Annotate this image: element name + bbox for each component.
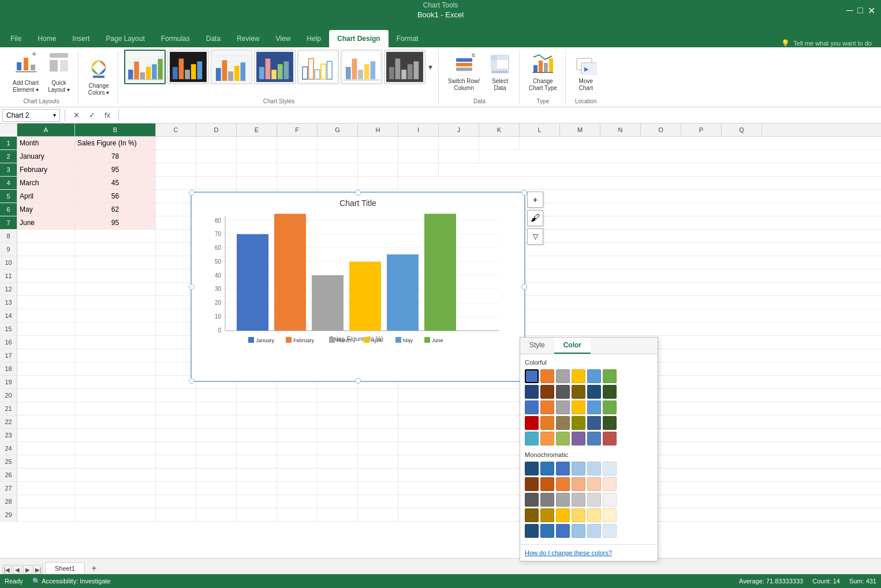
cell-1E[interactable] [237, 137, 277, 149]
color-swatch[interactable] [540, 508, 554, 522]
tab-home[interactable]: Home [29, 30, 64, 47]
chart-style-4[interactable] [254, 50, 296, 84]
cell-6B[interactable]: 62 [75, 203, 156, 216]
color-swatch[interactable] [556, 385, 570, 399]
cell-20A[interactable] [17, 389, 75, 402]
cell-26A[interactable] [17, 469, 75, 481]
formula-input[interactable] [124, 110, 879, 121]
color-swatch[interactable] [572, 508, 585, 522]
color-swatch[interactable] [603, 493, 617, 507]
cell-20F[interactable] [277, 389, 318, 402]
color-swatch[interactable] [603, 416, 617, 430]
cell-1B[interactable]: Sales Figure (In %) [75, 137, 156, 149]
col-header-G[interactable]: G [318, 123, 358, 136]
chart-handle-tc[interactable] [355, 190, 361, 196]
cell-28G[interactable] [318, 495, 358, 508]
col-header-E[interactable]: E [237, 123, 277, 136]
row-num-28[interactable]: 28 [0, 495, 17, 508]
color-swatch[interactable] [540, 416, 554, 430]
cell-16A[interactable] [17, 336, 75, 349]
cell-27E[interactable] [237, 482, 277, 495]
color-swatch[interactable] [603, 369, 617, 383]
cell-12B[interactable] [75, 283, 156, 295]
col-header-F[interactable]: F [277, 123, 318, 136]
color-swatch[interactable] [603, 477, 617, 491]
row-num-14[interactable]: 14 [0, 309, 17, 322]
cell-21C[interactable] [156, 402, 196, 415]
cell-28A[interactable] [17, 495, 75, 508]
cell-4C[interactable] [156, 177, 196, 189]
color-swatch[interactable] [572, 477, 585, 491]
col-header-B[interactable]: B [75, 123, 156, 136]
cell-3H[interactable] [358, 163, 398, 176]
styles-scroll-down[interactable]: ▾ [427, 61, 434, 73]
tab-format[interactable]: Format [389, 30, 427, 47]
cell-2F[interactable] [277, 150, 318, 163]
color-swatch[interactable] [540, 462, 554, 475]
cell-20D[interactable] [196, 389, 237, 402]
row-num-11[interactable]: 11 [0, 269, 17, 282]
row-num-1[interactable]: 1 [0, 137, 17, 149]
cell-10B[interactable] [75, 256, 156, 269]
cell-29B[interactable] [75, 508, 156, 521]
move-chart-button[interactable]: ▶ MoveChart [572, 51, 600, 94]
cell-8A[interactable] [17, 230, 75, 242]
cell-4A[interactable]: March [17, 177, 75, 189]
cell-18A[interactable] [17, 362, 75, 375]
cell-13B[interactable] [75, 296, 156, 309]
color-swatch[interactable] [603, 432, 617, 445]
cell-28H[interactable] [358, 495, 398, 508]
cell-1J[interactable] [439, 137, 479, 149]
cell-17B[interactable] [75, 349, 156, 362]
row-num-22[interactable]: 22 [0, 415, 17, 428]
chart-handle-tl[interactable] [189, 190, 195, 196]
cell-22G[interactable] [318, 415, 358, 428]
color-help-link[interactable]: How do I change these colors? [520, 544, 658, 561]
cell-2E[interactable] [237, 150, 277, 163]
row-num-5[interactable]: 5 [0, 190, 17, 203]
cell-20H[interactable] [358, 389, 398, 402]
chart-style-3[interactable] [211, 50, 252, 84]
col-header-D[interactable]: D [196, 123, 237, 136]
cell-27A[interactable] [17, 482, 75, 495]
change-colors-button[interactable]: ChangeColors ▾ [84, 56, 113, 99]
select-data-button[interactable]: SelectData [486, 51, 514, 94]
color-swatch[interactable] [525, 524, 539, 538]
change-chart-type-button[interactable]: ChangeChart Type [525, 51, 561, 94]
col-header-I[interactable]: I [398, 123, 439, 136]
row-num-24[interactable]: 24 [0, 442, 17, 455]
cell-9A[interactable] [17, 243, 75, 256]
cell-2I[interactable] [398, 150, 439, 163]
cell-22B[interactable] [75, 415, 156, 428]
cell-4D[interactable] [196, 177, 237, 189]
cell-2D[interactable] [196, 150, 237, 163]
cell-26C[interactable] [156, 469, 196, 481]
cell-29G[interactable] [318, 508, 358, 521]
cell-23F[interactable] [277, 429, 318, 441]
cell-22F[interactable] [277, 415, 318, 428]
cell-3F[interactable] [277, 163, 318, 176]
color-swatch[interactable] [525, 508, 539, 522]
row-num-25[interactable]: 25 [0, 455, 17, 468]
color-swatch[interactable] [572, 416, 585, 430]
row-num-12[interactable]: 12 [0, 283, 17, 295]
chart-style-button[interactable]: 🖌 [527, 210, 543, 226]
chart-handle-mr[interactable] [521, 284, 527, 290]
color-swatch[interactable] [603, 385, 617, 399]
cell-3C[interactable] [156, 163, 196, 176]
color-swatch[interactable] [540, 477, 554, 491]
cell-10A[interactable] [17, 256, 75, 269]
sheet-nav-prev[interactable]: ◀ [13, 565, 22, 574]
cell-21E[interactable] [237, 402, 277, 415]
cell-23G[interactable] [318, 429, 358, 441]
tab-page-layout[interactable]: Page Layout [98, 30, 152, 47]
cell-24A[interactable] [17, 442, 75, 455]
color-swatch[interactable] [587, 432, 601, 445]
cell-2J[interactable] [439, 150, 479, 163]
cell-24C[interactable] [156, 442, 196, 455]
tab-review[interactable]: Review [229, 30, 267, 47]
color-swatch[interactable] [540, 493, 554, 507]
cell-25G[interactable] [318, 455, 358, 468]
color-swatch[interactable] [540, 385, 554, 399]
col-header-O[interactable]: O [641, 123, 681, 136]
